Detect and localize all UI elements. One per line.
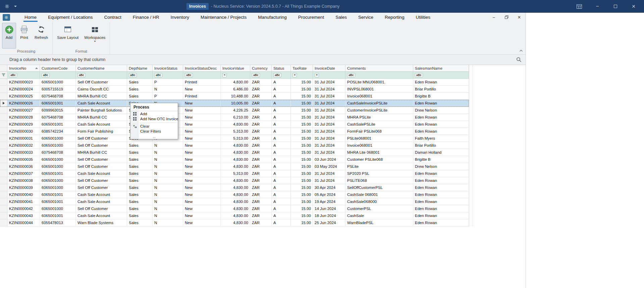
abc-filter-icon[interactable]: aBc bbox=[273, 73, 281, 77]
application-gear-button[interactable] bbox=[3, 14, 10, 21]
equals-filter-icon[interactable]: = bbox=[292, 73, 297, 77]
close-button[interactable]: × bbox=[631, 2, 637, 10]
filter-cell-invoiceStatus[interactable]: aBc bbox=[153, 72, 183, 79]
table-row[interactable]: KZIN00000326065001000Sell Off CustomerSa… bbox=[0, 142, 469, 149]
print-button[interactable]: Print bbox=[17, 23, 31, 49]
filter-cell-invoiceValue[interactable]: = bbox=[221, 72, 250, 79]
equals-filter-icon[interactable]: = bbox=[315, 73, 319, 77]
table-row[interactable]: KZIN00000266065001001Cash Sale AccountSa… bbox=[0, 100, 469, 107]
minimize-button[interactable]: − bbox=[594, 2, 600, 10]
column-header-invoiceStatusDesc[interactable]: InvoiceStatusDesc bbox=[183, 65, 221, 72]
filter-cell-customerName[interactable]: aBc bbox=[76, 72, 127, 79]
table-row[interactable]: KZIN00000246005715519Cairns Oscroft CCSa… bbox=[0, 86, 469, 93]
menu-item-add[interactable]: Add bbox=[130, 112, 178, 116]
column-header-invoiceValue[interactable]: InvoiceValue bbox=[221, 65, 250, 72]
filter-cell-customerCode[interactable]: aBc bbox=[40, 72, 76, 79]
column-header-invoiceStatus[interactable]: InvoiceStatus bbox=[153, 65, 183, 72]
column-header-status[interactable]: Status bbox=[272, 65, 291, 72]
tab-sales[interactable]: Sales bbox=[330, 13, 353, 22]
cell-deptName: Sales bbox=[127, 156, 153, 163]
abc-filter-icon[interactable]: aBc bbox=[415, 73, 423, 77]
filter-cell-invoiceDate[interactable]: = bbox=[313, 72, 345, 79]
menu-more-button[interactable]: ... bbox=[130, 134, 178, 138]
tab-contract[interactable]: Contract bbox=[99, 13, 127, 22]
search-button[interactable] bbox=[516, 57, 522, 64]
column-header-taxRate[interactable]: TaxRate bbox=[291, 65, 313, 72]
table-row[interactable]: KZIN00000276099963015Painter Burghall So… bbox=[0, 107, 469, 114]
tab-finance-hr[interactable]: Finance / HR bbox=[127, 13, 165, 22]
grid-vertical-scrollbar[interactable] bbox=[469, 65, 473, 226]
table-row[interactable]: KZIN00000316065001000Sell Off CustomerSa… bbox=[0, 135, 469, 142]
table-row[interactable]: KZIN00000356065001000Sell Off CustomerSa… bbox=[0, 156, 469, 163]
filter-cell-comments[interactable]: aBc bbox=[345, 72, 413, 79]
mdi-close-button[interactable]: × bbox=[517, 14, 522, 20]
ribbon-collapse-button[interactable] bbox=[519, 47, 523, 53]
filter-cell-taxRate[interactable]: = bbox=[291, 72, 313, 79]
table-row[interactable]: KZIN00000306085742234Form Fair Publishin… bbox=[0, 128, 469, 135]
table-row[interactable]: KZIN00000436065001001Cash Sale AccountSa… bbox=[0, 212, 469, 219]
tab-maintenance-projects[interactable]: Maintenance / Projects bbox=[195, 13, 252, 22]
chevron-up-icon bbox=[519, 50, 523, 52]
column-header-currency[interactable]: Currency bbox=[250, 65, 272, 72]
abc-filter-icon[interactable]: aBc bbox=[42, 73, 50, 77]
table-row[interactable]: KZIN00000386065001000Sell Off CustomerSa… bbox=[0, 177, 469, 184]
column-header-invoiceNo[interactable]: InvoiceNo bbox=[7, 65, 40, 72]
table-row[interactable]: KZIN00000416065001001Cash Sale AccountSa… bbox=[0, 198, 469, 205]
filter-cell-status[interactable]: aBc bbox=[272, 72, 291, 79]
table-row[interactable]: KZIN00000396065001000Sell Off CustomerSa… bbox=[0, 184, 469, 191]
abc-filter-icon[interactable]: aBc bbox=[185, 73, 193, 77]
table-row[interactable]: KZIN00000376065001001Cash Sale AccountSa… bbox=[0, 170, 469, 177]
menu-item-clear[interactable]: Clear bbox=[130, 124, 178, 129]
tab-inventory[interactable]: Inventory bbox=[165, 13, 195, 22]
save-layout-button[interactable]: Save Layout bbox=[55, 23, 81, 49]
tab-utilities[interactable]: Utilities bbox=[410, 13, 436, 22]
column-header-customerName[interactable]: CustomerName bbox=[76, 65, 127, 72]
tab-procurement[interactable]: Procurement bbox=[292, 13, 330, 22]
filter-cell-invoiceStatusDesc[interactable]: aBc bbox=[183, 72, 221, 79]
column-header-comments[interactable]: Comments bbox=[345, 65, 413, 72]
add-button[interactable]: Add bbox=[2, 23, 16, 49]
abc-filter-icon[interactable]: aBc bbox=[9, 73, 17, 77]
filter-cell-salesmanName[interactable]: aBc bbox=[413, 72, 469, 79]
workspaces-button[interactable]: Workspaces bbox=[82, 23, 108, 49]
abc-filter-icon[interactable]: aBc bbox=[347, 73, 355, 77]
table-row[interactable]: KZIN00000236065001000Sell Off CustomerSa… bbox=[0, 79, 469, 86]
table-row[interactable]: KZIN00000366065001000Sell Off CustomerSa… bbox=[0, 163, 469, 170]
refresh-button[interactable]: Refresh bbox=[32, 23, 50, 49]
quick-access-dropdown-button[interactable] bbox=[12, 2, 18, 10]
filter-cell-invoiceNo[interactable]: aBc bbox=[7, 72, 40, 79]
filter-cell-currency[interactable]: aBc bbox=[250, 72, 272, 79]
table-row[interactable]: KZIN00000426065001000Sell Off CustomerSa… bbox=[0, 205, 469, 212]
table-row[interactable]: KZIN00000256075468708MHRA Burhill CCSale… bbox=[0, 93, 469, 100]
tab-equipment-locations[interactable]: Equipment / Locations bbox=[42, 13, 99, 22]
table-row[interactable]: KZIN00000336075468708MHRA Burhill CCSale… bbox=[0, 149, 469, 156]
maximize-button[interactable] bbox=[612, 2, 619, 10]
group-by-panel[interactable]: Drag a column header here to group by th… bbox=[0, 55, 526, 65]
mdi-minimize-button[interactable]: − bbox=[491, 15, 496, 20]
column-header-salesmanName[interactable]: SalesmanName bbox=[413, 65, 469, 72]
menu-item-clear-filters[interactable]: Clear Filters bbox=[130, 129, 178, 134]
table-row[interactable]: KZIN00000446055478013Warn Blade SystemsS… bbox=[0, 219, 469, 226]
table-row[interactable]: KZIN00000296065001001Cash Sale AccountSa… bbox=[0, 121, 469, 128]
table-row[interactable]: KZIN00000286075468708MHRA Burhill CCSale… bbox=[0, 114, 469, 121]
tab-service[interactable]: Service bbox=[353, 13, 379, 22]
mdi-restore-button[interactable] bbox=[504, 15, 509, 19]
tab-reporting[interactable]: Reporting bbox=[379, 13, 410, 22]
abc-filter-icon[interactable]: aBc bbox=[77, 73, 86, 77]
equals-filter-icon[interactable]: = bbox=[222, 73, 227, 77]
column-header-invoiceDate[interactable]: InvoiceDate bbox=[313, 65, 345, 72]
tab-manufacturing[interactable]: Manufacturing bbox=[252, 13, 292, 22]
layout-grid-button[interactable] bbox=[576, 2, 582, 10]
table-row[interactable]: KZIN00000406065001001Cash Sale AccountSa… bbox=[0, 191, 469, 198]
settings-gear-button[interactable] bbox=[4, 2, 10, 10]
abc-filter-icon[interactable]: aBc bbox=[129, 73, 137, 77]
cell-status: A bbox=[272, 114, 291, 121]
abc-filter-icon[interactable]: aBc bbox=[154, 73, 162, 77]
column-header-customerCode[interactable]: CustomerCode bbox=[40, 65, 76, 72]
column-header-deptName[interactable]: DeptName bbox=[127, 65, 153, 72]
abc-filter-icon[interactable]: aBc bbox=[252, 73, 260, 77]
menu-item-add-new-otc-invoice[interactable]: Add New OTC Invoice bbox=[130, 117, 178, 121]
filter-cell-deptName[interactable]: aBc bbox=[127, 72, 153, 79]
cell-invoiceValue: 4,226.25 bbox=[221, 107, 250, 114]
tab-home[interactable]: Home bbox=[19, 13, 42, 22]
